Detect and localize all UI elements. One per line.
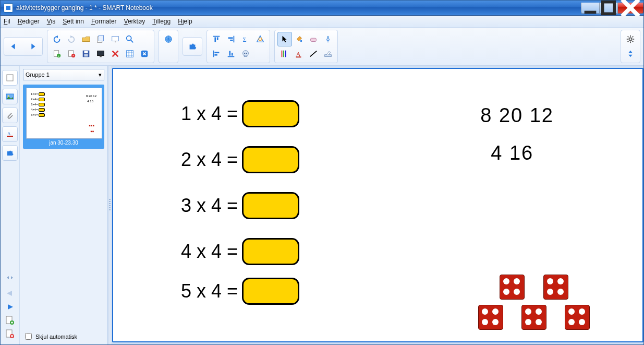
page-thumbnail: 1×4= 2×4= 3×4= 4×4= 5×4= 8 20 12 4 16 ▪▪…: [26, 88, 102, 139]
delete-page-icon[interactable]: ×: [65, 47, 78, 61]
line-icon[interactable]: [307, 47, 320, 61]
svg-line-71: [628, 41, 629, 42]
cursor-icon[interactable]: [277, 32, 292, 46]
shape-tool-icon[interactable]: [253, 32, 267, 46]
add-page-icon[interactable]: [4, 315, 16, 326]
answer-box[interactable]: [242, 192, 299, 219]
page-canvas[interactable]: 8 20 12 4 16 1 x 4 =2 x 4 =3 x 4 =4 x 4 …: [112, 68, 643, 342]
right-group: [621, 30, 640, 63]
menu-fil[interactable]: Fil: [4, 18, 10, 25]
dice-5[interactable]: [543, 275, 568, 300]
group-label: Gruppe 1: [26, 72, 50, 78]
svg-line-69: [633, 41, 634, 42]
align-top-icon[interactable]: [210, 32, 223, 46]
page-thumbnail-selected[interactable]: 1×4= 2×4= 3×4= 4×4= 5×4= 8 20 12 4 16 ▪▪…: [23, 85, 104, 149]
answer-box[interactable]: [242, 238, 299, 265]
menu-rediger[interactable]: Rediger: [18, 18, 40, 25]
present-icon[interactable]: [108, 32, 122, 46]
text-a-icon[interactable]: A: [292, 47, 306, 61]
gear-icon[interactable]: [624, 32, 637, 46]
back-button[interactable]: [7, 40, 20, 53]
prev-page-arrow[interactable]: [4, 288, 16, 299]
answer-box[interactable]: [242, 100, 299, 127]
equation-text: 5 x 4 =: [181, 280, 238, 302]
svg-rect-62: [325, 55, 332, 57]
equation-row-3[interactable]: 3 x 4 =: [181, 192, 299, 219]
equation-row-5[interactable]: 5 x 4 =: [181, 278, 299, 305]
page-sorter-panel: Gruppe 1 ▾ 1×4= 2×4= 3×4= 4×4= 5×4= 8 20…: [20, 66, 108, 344]
dice-4[interactable]: [500, 275, 525, 300]
svg-marker-40: [257, 36, 264, 42]
screen-icon[interactable]: [94, 47, 107, 61]
erase-all-icon[interactable]: [321, 47, 335, 61]
menu-tillegg[interactable]: Tillegg: [152, 18, 171, 25]
expand-horizontal-icon[interactable]: [3, 270, 17, 285]
tab-addons[interactable]: [2, 145, 18, 161]
svg-rect-35: [217, 37, 218, 40]
web-icon[interactable]: [162, 32, 175, 46]
equation-text: 2 x 4 =: [181, 149, 238, 171]
equation-row-2[interactable]: 2 x 4 =: [181, 146, 299, 173]
svg-rect-54: [327, 36, 329, 40]
answer-box[interactable]: [242, 146, 299, 173]
minimize-button[interactable]: [581, 3, 600, 14]
canvas-wrapper: 8 20 12 4 16 1 x 4 =2 x 4 =3 x 4 =4 x 4 …: [112, 66, 643, 344]
svg-point-49: [244, 53, 245, 54]
dice-1[interactable]: [478, 305, 503, 330]
redo-icon[interactable]: [65, 32, 78, 46]
tab-attachments[interactable]: [2, 108, 18, 123]
window-controls: [581, 3, 643, 14]
menu-formater[interactable]: Formater: [91, 18, 117, 25]
group-dropdown[interactable]: Gruppe 1 ▾: [23, 69, 104, 80]
puzzle-icon[interactable]: [186, 40, 199, 53]
resize-vertical-icon[interactable]: [624, 47, 637, 61]
svg-text:+: +: [58, 54, 59, 57]
answer-row-1: 8 20 12: [480, 105, 554, 125]
skull-icon[interactable]: [239, 47, 252, 61]
splitter-handle[interactable]: [108, 66, 112, 344]
sigma-icon[interactable]: Σ: [239, 32, 252, 46]
svg-text:×: ×: [72, 54, 74, 57]
save-icon[interactable]: [79, 47, 93, 61]
table-icon[interactable]: [123, 47, 137, 61]
svg-rect-46: [229, 51, 230, 56]
dice-2[interactable]: [521, 305, 546, 330]
audio-icon[interactable]: [321, 32, 335, 46]
tab-page-sorter[interactable]: [2, 70, 18, 86]
delete-page-lower-icon[interactable]: [4, 329, 16, 339]
autohide-checkbox[interactable]: [25, 333, 32, 340]
new-page-icon[interactable]: +: [50, 47, 64, 61]
equation-row-1[interactable]: 1 x 4 =: [181, 100, 299, 127]
svg-line-61: [310, 51, 317, 57]
copy-icon[interactable]: [94, 32, 107, 46]
tab-gallery[interactable]: [2, 89, 18, 104]
next-page-arrow[interactable]: [4, 302, 16, 312]
svg-rect-20: [98, 51, 104, 56]
menu-verktoy[interactable]: Verktøy: [124, 18, 145, 25]
menu-hjelp[interactable]: Hjelp: [178, 18, 192, 25]
svg-point-52: [300, 40, 302, 42]
answer-bank[interactable]: 8 20 12 4 16: [480, 105, 554, 163]
maximize-button[interactable]: [600, 3, 618, 14]
pens-icon[interactable]: [277, 47, 291, 61]
align-left-icon[interactable]: [210, 47, 223, 61]
equation-row-4[interactable]: 4 x 4 =: [181, 238, 299, 265]
sorter-footer: Skjul automatisk: [20, 328, 107, 344]
answer-box[interactable]: [242, 278, 299, 305]
workspace: A Gruppe 1 ▾ 1×4= 2×4= 3×4= 4: [1, 66, 643, 344]
eraser-icon[interactable]: [307, 32, 320, 46]
menu-sett-inn[interactable]: Sett inn: [63, 18, 84, 25]
fill-icon[interactable]: [292, 32, 306, 46]
tab-properties[interactable]: A: [2, 126, 18, 142]
delete-x-icon[interactable]: [108, 47, 122, 61]
align-bottom-icon[interactable]: [224, 47, 238, 61]
open-folder-icon[interactable]: [79, 32, 93, 46]
undo-icon[interactable]: [50, 32, 64, 46]
close-button[interactable]: [618, 3, 643, 14]
dice-3[interactable]: [565, 305, 590, 330]
align-right-icon[interactable]: [224, 32, 238, 46]
find-icon[interactable]: [123, 32, 137, 46]
menu-vis[interactable]: Vis: [47, 18, 55, 25]
close-doc-icon[interactable]: [138, 47, 151, 61]
forward-button[interactable]: [26, 40, 40, 53]
